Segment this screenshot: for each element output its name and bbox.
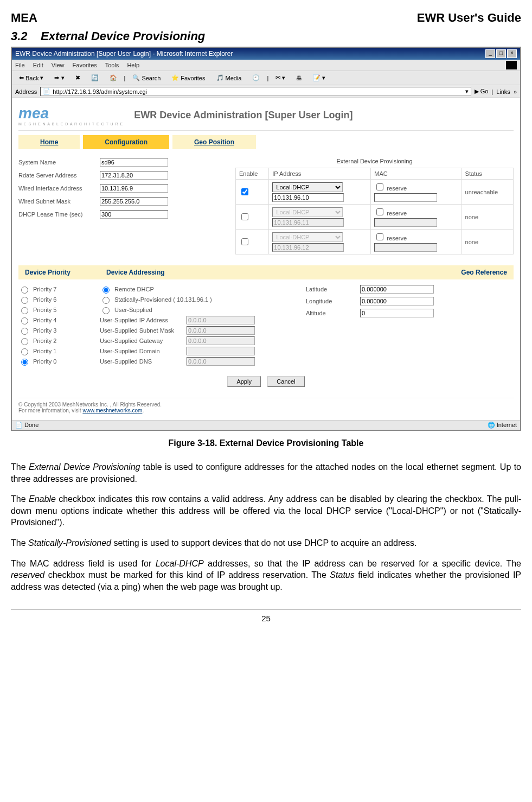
us-mask-input[interactable] xyxy=(187,326,255,335)
system-name-input[interactable] xyxy=(100,158,168,167)
ip-input-1[interactable] xyxy=(272,193,344,202)
priority-2-radio[interactable] xyxy=(21,338,28,345)
doc-header-right: EWR User's Guide xyxy=(417,11,521,25)
wired-mask-input[interactable] xyxy=(100,197,168,206)
toolbar: ⬅ Back ▾ ➡ ▾ ✖ 🔄 🏠 | 🔍Search ⭐Favorites … xyxy=(12,71,520,85)
menu-bar: File Edit View Favorites Tools Help xyxy=(12,60,520,71)
links-button[interactable]: Links xyxy=(496,88,510,95)
mea-logo: mea xyxy=(18,105,123,122)
close-button[interactable]: × xyxy=(507,49,517,58)
us-gw-input[interactable] xyxy=(187,336,255,345)
menu-file[interactable]: File xyxy=(15,62,25,68)
menu-help[interactable]: Help xyxy=(127,62,139,68)
priority-6-radio[interactable] xyxy=(21,297,28,304)
ip-input-3[interactable] xyxy=(272,243,344,252)
menu-tools[interactable]: Tools xyxy=(105,62,119,68)
page-number: 25 xyxy=(11,614,521,623)
go-button[interactable]: ▶ Go xyxy=(475,88,489,95)
mac-input-3[interactable] xyxy=(374,243,437,252)
nav-configuration[interactable]: Configuration xyxy=(83,135,172,149)
reserve-checkbox-1[interactable] xyxy=(376,183,383,190)
col-mac: MAC xyxy=(371,168,462,180)
priority-7-radio[interactable] xyxy=(21,287,28,294)
priority-0-radio[interactable] xyxy=(21,359,28,366)
footer-visit-text: For more information, visit xyxy=(18,408,82,413)
paragraph-1: The External Device Provisioning table i… xyxy=(11,461,521,485)
footer-link[interactable]: www.meshnetworks.com xyxy=(82,408,142,413)
latitude-input[interactable] xyxy=(360,285,434,294)
home-button[interactable]: 🏠 xyxy=(106,73,121,83)
us-dns-input[interactable] xyxy=(187,357,255,366)
priority-3-radio[interactable] xyxy=(21,328,28,335)
col-ip: IP Address xyxy=(269,168,371,180)
ip-type-select-2[interactable]: Local-DHCP xyxy=(272,207,343,217)
us-domain-input[interactable] xyxy=(187,347,255,355)
nav-home[interactable]: Home xyxy=(18,135,83,149)
doc-header-left: MEA xyxy=(11,11,37,25)
enable-checkbox-2[interactable] xyxy=(241,213,248,220)
col-enable: Enable xyxy=(236,168,269,180)
browser-window: EWR Device Administration [Super User Lo… xyxy=(11,47,521,431)
us-mask-label: User-Supplied Subnet Mask xyxy=(100,327,187,334)
apply-button[interactable]: Apply xyxy=(227,376,261,387)
page-title: EWR Device Administration [Super User Lo… xyxy=(134,110,352,121)
longitude-input[interactable] xyxy=(360,297,434,305)
mail-button[interactable]: ✉ ▾ xyxy=(272,73,289,83)
page-status-icon: 📄 xyxy=(15,422,23,428)
priority-1-radio[interactable] xyxy=(21,348,28,355)
wired-mask-label: Wired Subnet Mask xyxy=(18,198,100,205)
col-status: Status xyxy=(462,168,513,180)
stop-button[interactable]: ✖ xyxy=(72,73,84,83)
altitude-input[interactable] xyxy=(360,309,434,317)
media-button[interactable]: 🎵Media xyxy=(213,73,246,83)
favorites-button[interactable]: ⭐Favorites xyxy=(168,73,209,83)
paragraph-3: The Statically-Provisioned setting is us… xyxy=(11,537,521,549)
mac-input-2[interactable] xyxy=(374,218,437,227)
wired-interface-input[interactable] xyxy=(100,184,168,193)
user-supplied-radio[interactable] xyxy=(102,307,110,314)
remote-dhcp-radio[interactable] xyxy=(102,287,110,294)
dhcp-lease-input[interactable] xyxy=(100,210,168,219)
cancel-button[interactable]: Cancel xyxy=(267,376,304,387)
us-gw-label: User-Supplied Gateway xyxy=(100,338,187,344)
status-bar: 📄 Done 🌐 Internet xyxy=(12,420,520,430)
enable-checkbox-1[interactable] xyxy=(241,188,248,195)
forward-button[interactable]: ➡ ▾ xyxy=(50,73,68,83)
menu-favorites[interactable]: Favorites xyxy=(73,62,97,68)
menu-edit[interactable]: Edit xyxy=(33,62,43,68)
links-chevron-icon[interactable]: » xyxy=(514,88,517,95)
nav-geo-position[interactable]: Geo Position xyxy=(172,135,259,149)
us-ip-input[interactable] xyxy=(187,316,255,324)
mac-input-1[interactable] xyxy=(374,193,437,202)
menu-view[interactable]: View xyxy=(52,62,65,68)
rdate-label: Rdate Server Address xyxy=(18,172,100,179)
enable-checkbox-3[interactable] xyxy=(241,238,248,245)
static-prov-radio[interactable] xyxy=(102,297,110,304)
mea-logo-subtitle: M E S H E N A B L E D A R C H I T E C T … xyxy=(18,122,123,126)
ip-type-select-3[interactable]: Local-DHCP xyxy=(272,232,343,242)
altitude-label: Altitude xyxy=(306,310,360,316)
address-input[interactable]: 📄 http://172.16.1.93/admin/system.cgi ▾ xyxy=(40,87,471,96)
back-button[interactable]: ⬅ Back ▾ xyxy=(15,73,47,83)
title-bar: EWR Device Administration [Super User Lo… xyxy=(12,48,520,60)
priority-5-radio[interactable] xyxy=(21,307,28,314)
table-row: Local-DHCP reserve none xyxy=(236,230,514,254)
print-button[interactable]: 🖶 xyxy=(292,73,306,83)
refresh-button[interactable]: 🔄 xyxy=(87,73,102,83)
edit-button[interactable]: 📝 ▾ xyxy=(309,73,329,83)
search-button[interactable]: 🔍Search xyxy=(129,73,164,83)
priority-4-radio[interactable] xyxy=(21,317,28,324)
reserve-checkbox-3[interactable] xyxy=(376,233,383,240)
history-button[interactable]: 🕘 xyxy=(248,73,264,83)
us-ip-label: User-Supplied IP Address xyxy=(100,317,187,323)
maximize-button[interactable]: □ xyxy=(496,49,506,58)
dhcp-lease-label: DHCP Lease Time (sec) xyxy=(18,211,100,218)
ie-logo-icon xyxy=(506,61,517,69)
reserve-checkbox-2[interactable] xyxy=(376,208,383,215)
ip-type-select-1[interactable]: Local-DHCP xyxy=(272,182,343,192)
section-number: 3.2 xyxy=(11,29,28,43)
minimize-button[interactable]: _ xyxy=(485,49,495,58)
ip-input-2[interactable] xyxy=(272,218,344,227)
rdate-input[interactable] xyxy=(100,171,168,180)
page-icon: 📄 xyxy=(43,88,50,95)
